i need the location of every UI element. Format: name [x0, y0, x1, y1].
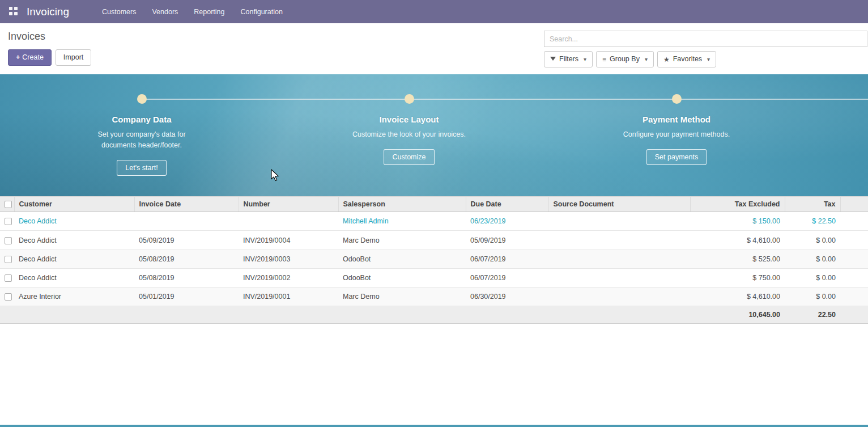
set-payments-button[interactable]: Set payments [646, 149, 707, 165]
total-tax: 22.50 [785, 306, 840, 324]
cell-number: INV/2019/0003 [239, 250, 338, 268]
group-by-button[interactable]: ≡ Group By ▾ [596, 51, 654, 67]
chevron-down-icon: ▾ [584, 56, 586, 63]
cell-tax: $ 0.00 [785, 231, 840, 250]
total-tax-excluded: 10,645.00 [690, 306, 785, 324]
apps-menu-icon[interactable] [9, 7, 19, 16]
cell-invoice-date: 05/01/2019 [134, 288, 239, 306]
filter-bar: Filters ▾ ≡ Group By ▾ ★ Favorites ▾ [544, 51, 868, 67]
cell-customer: Azure Interior [14, 288, 134, 306]
star-icon: ★ [663, 56, 670, 63]
invoice-row[interactable]: Deco Addict 05/09/2019 INV/2019/0004 Mar… [0, 231, 868, 250]
cell-tax: $ 0.00 [785, 250, 840, 268]
action-buttons: +Create Import [8, 49, 91, 66]
control-panel: Invoices +Create Import Filters ▾ ≡ Grou… [0, 23, 868, 74]
cell-invoice-date: 05/08/2019 [134, 268, 239, 287]
app-name[interactable]: Invoicing [27, 6, 69, 18]
column-salesperson[interactable]: Salesperson [338, 197, 466, 212]
chevron-down-icon: ▾ [707, 56, 710, 63]
invoice-table: Customer Invoice Date Number Salesperson… [0, 196, 868, 324]
totals-row: 10,645.00 22.50 [0, 306, 868, 324]
lets-start-button[interactable]: Let's start! [117, 160, 166, 176]
column-invoice-date[interactable]: Invoice Date [134, 197, 239, 212]
row-checkbox[interactable] [5, 218, 12, 225]
step-description: Customize the look of your invoices. [349, 129, 469, 140]
control-panel-right: Filters ▾ ≡ Group By ▾ ★ Favorites ▾ [544, 31, 868, 74]
cell-customer: Deco Addict [14, 268, 134, 287]
menu-reporting[interactable]: Reporting [194, 8, 224, 16]
step-dot-icon [672, 94, 682, 104]
cell-source-document [548, 288, 690, 306]
step-title: Invoice Layout [324, 115, 494, 124]
favorites-button[interactable]: ★ Favorites ▾ [657, 51, 716, 67]
filter-icon [550, 57, 556, 61]
row-checkbox[interactable] [5, 256, 12, 263]
cell-number [239, 212, 338, 231]
step-description: Set your company's data for documents he… [82, 129, 202, 151]
cell-tax-excluded: $ 4,610.00 [690, 288, 785, 306]
cell-customer: Deco Addict [14, 231, 134, 250]
import-button[interactable]: Import [56, 49, 91, 66]
cell-tax-excluded: $ 525.00 [690, 250, 785, 268]
row-checkbox[interactable] [5, 237, 12, 244]
column-source-document[interactable]: Source Document [548, 197, 690, 212]
cell-source-document [548, 231, 690, 250]
menu-configuration[interactable]: Configuration [241, 8, 283, 16]
invoice-row[interactable]: Deco Addict 05/08/2019 INV/2019/0002 Odo… [0, 268, 868, 287]
onboarding-step-company-data: Company Data Set your company's data for… [57, 94, 227, 176]
select-all-cell [0, 197, 14, 212]
cell-source-document [548, 268, 690, 287]
filters-button[interactable]: Filters ▾ [544, 51, 593, 67]
column-due-date[interactable]: Due Date [466, 197, 548, 212]
cell-number: INV/2019/0004 [239, 231, 338, 250]
cell-due-date: 05/09/2019 [466, 231, 548, 250]
column-customer[interactable]: Customer [14, 197, 134, 212]
row-checkbox[interactable] [5, 274, 12, 282]
onboarding-step-payment-method: Payment Method Configure your payment me… [592, 94, 761, 165]
cell-customer: Deco Addict [14, 212, 134, 231]
cell-salesperson: Marc Demo [338, 288, 466, 306]
create-button[interactable]: +Create [8, 49, 52, 66]
step-dot-icon [405, 94, 414, 104]
cell-due-date: 06/07/2019 [466, 250, 548, 268]
column-number[interactable]: Number [239, 197, 338, 212]
chevron-down-icon: ▾ [645, 56, 648, 63]
navbar-menu: Customers Vendors Reporting Configuratio… [102, 8, 283, 16]
cell-tax: $ 0.00 [785, 268, 840, 287]
cell-salesperson: Mitchell Admin [338, 212, 466, 231]
cell-number: INV/2019/0001 [239, 288, 338, 306]
select-all-checkbox[interactable] [5, 201, 12, 208]
column-tax[interactable]: Tax [785, 197, 840, 212]
top-navbar: Invoicing Customers Vendors Reporting Co… [0, 0, 868, 23]
cell-source-document [548, 212, 690, 231]
step-description: Configure your payment methods. [616, 129, 737, 140]
step-title: Company Data [57, 115, 227, 124]
cell-invoice-date: 05/09/2019 [134, 231, 239, 250]
search-input[interactable] [544, 31, 867, 47]
cell-tax: $ 22.50 [785, 212, 840, 231]
cell-due-date: 06/30/2019 [466, 288, 548, 306]
group-by-icon: ≡ [602, 56, 606, 63]
cell-tax-excluded: $ 150.00 [690, 212, 785, 231]
plus-icon: + [16, 53, 20, 61]
row-checkbox[interactable] [5, 293, 12, 301]
control-panel-left: Invoices +Create Import [8, 31, 91, 74]
cell-due-date: 06/07/2019 [466, 268, 548, 287]
menu-vendors[interactable]: Vendors [152, 8, 178, 16]
cell-tax: $ 0.00 [785, 288, 840, 306]
invoice-row[interactable]: Deco Addict 05/08/2019 INV/2019/0003 Odo… [0, 250, 868, 268]
bottom-strip [0, 425, 868, 427]
cell-salesperson: OdooBot [338, 268, 466, 287]
invoice-row[interactable]: Deco Addict Mitchell Admin 06/23/2019 $ … [0, 212, 868, 231]
cell-salesperson: Marc Demo [338, 231, 466, 250]
customize-button[interactable]: Customize [384, 149, 434, 165]
column-tax-excluded[interactable]: Tax Excluded [690, 197, 785, 212]
onboarding-banner: Company Data Set your company's data for… [0, 74, 868, 196]
menu-customers[interactable]: Customers [102, 8, 136, 16]
cell-tax-excluded: $ 4,610.00 [690, 231, 785, 250]
table-header-row: Customer Invoice Date Number Salesperson… [0, 197, 868, 212]
step-title: Payment Method [592, 115, 761, 124]
invoice-row[interactable]: Azure Interior 05/01/2019 INV/2019/0001 … [0, 288, 868, 306]
cell-due-date: 06/23/2019 [466, 212, 548, 231]
step-dot-icon [137, 94, 147, 104]
